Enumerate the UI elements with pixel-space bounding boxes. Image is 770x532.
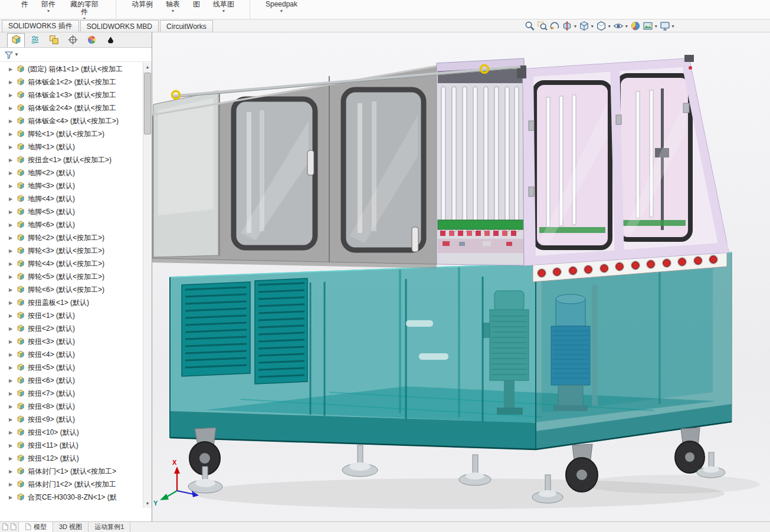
ribbon-item-1[interactable]: 部件▼ — [41, 1, 55, 14]
expand-arrow-icon[interactable]: ▶ — [9, 196, 17, 202]
tree-item[interactable]: ▶ 脚轮<6> (默认<按加工>) — [0, 283, 152, 296]
panel-tab-propertymanager[interactable] — [26, 33, 44, 47]
document-tab-2[interactable]: 运动算例1 — [89, 522, 130, 532]
panel-tab-configurationmanager[interactable] — [45, 33, 63, 47]
previous-view-button[interactable] — [549, 20, 561, 32]
scrollbar-thumb[interactable] — [144, 73, 151, 134]
ribbon-tab-1[interactable]: SOLIDWORKS MBD — [80, 20, 159, 32]
tree-item[interactable]: ▶ 脚轮<2> (默认<按加工>) — [0, 231, 152, 244]
tree-item[interactable]: ▶ 地脚<5> (默认) — [0, 205, 152, 218]
tree-item[interactable]: ▶ 地脚<4> (默认) — [0, 192, 152, 205]
tree-item[interactable]: ▶ 箱体钣金1<3> (默认<按加工 — [0, 88, 152, 101]
expand-arrow-icon[interactable]: ▶ — [9, 326, 17, 331]
tree-item[interactable]: ▶ 脚轮<5> (默认<按加工>) — [0, 270, 152, 283]
tree-item[interactable]: ▶ 按扭<11> (默认) — [0, 439, 152, 452]
expand-arrow-icon[interactable]: ▶ — [9, 261, 17, 267]
machine-3d-model[interactable]: X Y — [152, 32, 770, 521]
expand-arrow-icon[interactable]: ▶ — [9, 313, 17, 318]
expand-arrow-icon[interactable]: ▶ — [9, 495, 17, 500]
expand-arrow-icon[interactable]: ▶ — [9, 443, 17, 448]
tree-item[interactable]: ▶ 按扭<5> (默认) — [0, 361, 152, 374]
ribbon-tab-0[interactable]: SOLIDWORKS 插件 — [2, 20, 79, 32]
expand-arrow-icon[interactable]: ▶ — [9, 80, 17, 85]
tree-scrollbar[interactable]: ▲ ▼ — [143, 63, 152, 508]
expand-arrow-icon[interactable]: ▶ — [9, 365, 17, 370]
expand-arrow-icon[interactable]: ▶ — [9, 183, 17, 189]
tree-item[interactable]: ▶ 箱体钣金2<4> (默认<按加工 — [0, 101, 152, 114]
tree-item[interactable]: ▶ 地脚<6> (默认) — [0, 218, 152, 231]
tree-item[interactable]: ▶ (固定) 箱体1<1> (默认<按加工 — [0, 63, 152, 75]
tree-item[interactable]: ▶ 脚轮<1> (默认<按加工>) — [0, 127, 152, 140]
zoom-to-fit-button[interactable] — [524, 20, 536, 32]
expand-arrow-icon[interactable]: ▶ — [9, 417, 17, 422]
panel-tab-featuremanager[interactable] — [7, 33, 25, 47]
hide-show-items-button[interactable]: ▼ — [612, 20, 629, 32]
expand-arrow-icon[interactable]: ▶ — [9, 430, 17, 435]
expand-arrow-icon[interactable]: ▶ — [9, 67, 17, 72]
expand-arrow-icon[interactable]: ▶ — [9, 469, 17, 474]
tree-item[interactable]: ▶ 按扭<1> (默认) — [0, 309, 152, 322]
zoom-to-area-button[interactable] — [536, 20, 548, 32]
expand-arrow-icon[interactable]: ▶ — [9, 456, 17, 461]
view-settings-button[interactable]: ▼ — [659, 20, 676, 32]
tree-item[interactable]: ▶ 按扭<10> (默认) — [0, 426, 152, 439]
tree-item[interactable]: ▶ 箱体钣金<4> (默认<按加工>) — [0, 114, 152, 127]
expand-arrow-icon[interactable]: ▶ — [9, 248, 17, 254]
expand-arrow-icon[interactable]: ▶ — [9, 93, 17, 98]
view-orientation-button[interactable]: ▼ — [578, 20, 595, 32]
expand-arrow-icon[interactable]: ▶ — [9, 274, 17, 280]
tree-item[interactable]: ▶ 按扭<6> (默认) — [0, 374, 152, 387]
scroll-down-arrow[interactable]: ▼ — [143, 499, 152, 508]
expand-arrow-icon[interactable]: ▶ — [9, 119, 17, 124]
expand-arrow-icon[interactable]: ▶ — [9, 209, 17, 215]
scroll-up-arrow[interactable]: ▲ — [143, 63, 152, 71]
ribbon-item-3[interactable]: 动算例 — [132, 1, 153, 8]
panel-tab-dimxpertmanager[interactable] — [64, 33, 81, 47]
tree-item[interactable]: ▶ 按扭<9> (默认) — [0, 413, 152, 426]
tree-item[interactable]: ▶ 地脚<2> (默认) — [0, 166, 152, 179]
document-tab-1[interactable]: 3D 视图 — [53, 522, 89, 532]
display-style-button[interactable]: ▼ — [595, 20, 612, 32]
graphics-viewport[interactable]: X Y — [152, 32, 770, 521]
tree-item[interactable]: ▶ 按扭<8> (默认) — [0, 400, 152, 413]
ribbon-tab-2[interactable]: CircuitWorks — [160, 20, 213, 32]
ribbon-item-2[interactable]: 藏的零部件▼ — [68, 1, 100, 19]
tree-item[interactable]: ▶ 箱体钣金1<2> (默认<按加工 — [0, 75, 152, 88]
tree-item[interactable]: ▶ 按扭盒<1> (默认<按加工>) — [0, 153, 152, 166]
ribbon-item-7[interactable]: Speedpak▼ — [266, 1, 297, 14]
tree-item[interactable]: ▶ 按扭盖板<1> (默认) — [0, 296, 152, 309]
sheet-nav-button-2[interactable] — [10, 523, 17, 531]
expand-arrow-icon[interactable]: ▶ — [9, 352, 17, 357]
ribbon-item-5[interactable]: 图 — [193, 1, 200, 8]
panel-tab-cam[interactable] — [101, 33, 119, 47]
tree-item[interactable]: ▶ 脚轮<3> (默认<按加工>) — [0, 244, 152, 257]
expand-arrow-icon[interactable]: ▶ — [9, 404, 17, 409]
tree-item[interactable]: ▶ 地脚<1> (默认) — [0, 140, 152, 153]
tree-item[interactable]: ▶ 按扭<12> (默认) — [0, 452, 152, 465]
expand-arrow-icon[interactable]: ▶ — [9, 170, 17, 176]
ribbon-item-0[interactable]: 件 — [21, 1, 28, 8]
apply-scene-button[interactable]: ▼ — [642, 20, 658, 32]
expand-arrow-icon[interactable]: ▶ — [9, 378, 17, 383]
tree-item[interactable]: ▶ 地脚<3> (默认) — [0, 179, 152, 192]
expand-arrow-icon[interactable]: ▶ — [9, 106, 17, 111]
expand-arrow-icon[interactable]: ▶ — [9, 339, 17, 344]
expand-arrow-icon[interactable]: ▶ — [9, 145, 17, 150]
tree-item[interactable]: ▶ 按扭<7> (默认) — [0, 387, 152, 400]
document-tab-0[interactable]: 模型 — [19, 522, 53, 532]
expand-arrow-icon[interactable]: ▶ — [9, 391, 17, 396]
expand-arrow-icon[interactable]: ▶ — [9, 300, 17, 306]
expand-arrow-icon[interactable]: ▶ — [9, 235, 17, 241]
tree-item[interactable]: ▶ 合页CE-H3030-8-ZN<1> (默 — [0, 491, 152, 504]
ribbon-item-6[interactable]: 线草图▼ — [213, 1, 234, 14]
tree-item[interactable]: ▶ 箱体封门1<2> (默认<按加工 — [0, 478, 152, 491]
panel-tab-displaymanager[interactable] — [83, 33, 100, 47]
expand-arrow-icon[interactable]: ▶ — [9, 482, 17, 487]
tree-item[interactable]: ▶ 脚轮<4> (默认<按加工>) — [0, 257, 152, 270]
tree-item[interactable]: ▶ 按扭<3> (默认) — [0, 335, 152, 348]
edit-appearance-button[interactable] — [630, 20, 641, 32]
expand-arrow-icon[interactable]: ▶ — [9, 132, 17, 137]
expand-arrow-icon[interactable]: ▶ — [9, 222, 17, 228]
expand-arrow-icon[interactable]: ▶ — [9, 157, 17, 163]
expand-arrow-icon[interactable]: ▶ — [9, 287, 17, 293]
